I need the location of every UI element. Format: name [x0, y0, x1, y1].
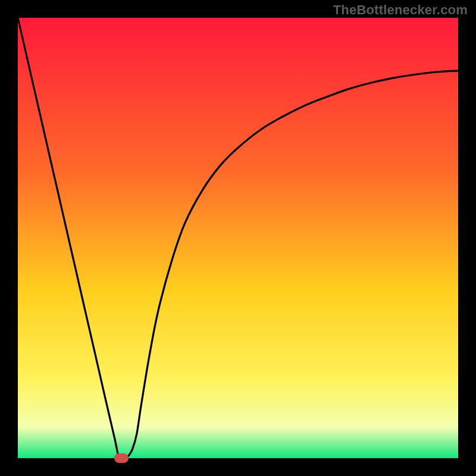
optimal-point-marker [114, 453, 129, 463]
gradient-background [18, 18, 458, 458]
bottleneck-chart [18, 18, 458, 458]
chart-frame: TheBottlenecker.com [0, 0, 476, 476]
watermark-text: TheBottlenecker.com [333, 2, 468, 18]
